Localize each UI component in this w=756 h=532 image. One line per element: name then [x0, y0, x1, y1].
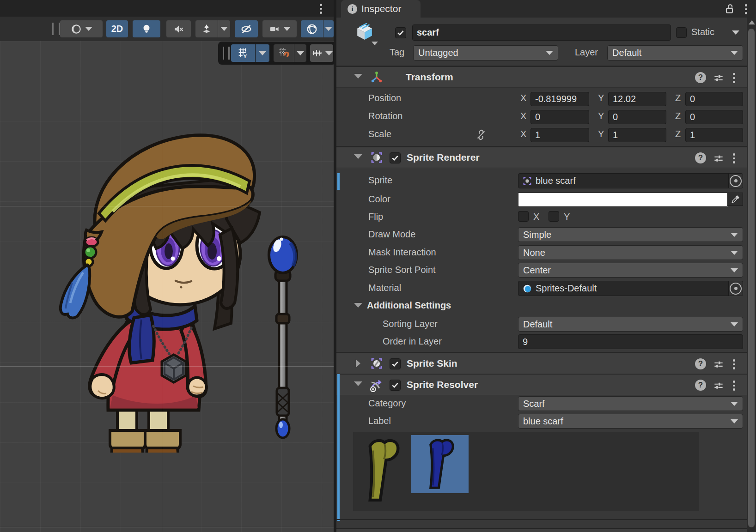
help-icon[interactable]: ?	[695, 152, 706, 163]
grid-snapping-button[interactable]	[274, 44, 294, 62]
eyedropper-button[interactable]	[727, 193, 743, 206]
thumbnail-blue-scarf-selected[interactable]	[411, 435, 469, 493]
grid-visibility-dropdown[interactable]	[256, 44, 269, 62]
object-picker-icon[interactable]	[728, 281, 743, 296]
gizmos-button[interactable]	[301, 20, 323, 37]
component-kebab-icon[interactable]	[733, 73, 735, 83]
help-icon[interactable]: ?	[695, 72, 706, 83]
sprite-resolver-enabled-checkbox[interactable]	[390, 380, 401, 391]
inspector-menu-kebab-icon[interactable]	[745, 4, 747, 14]
rotation-y-field[interactable]: 0	[608, 110, 666, 124]
color-label: Color	[368, 194, 390, 205]
axis-x-label: X	[520, 129, 526, 139]
hidden-objects-button[interactable]	[235, 20, 258, 37]
sprite-skin-enabled-checkbox[interactable]	[390, 358, 401, 369]
info-icon: i	[348, 4, 357, 14]
presets-icon[interactable]	[713, 380, 725, 392]
help-icon[interactable]: ?	[695, 380, 706, 391]
material-value: Sprites-Default	[536, 283, 597, 294]
blue-scarf-image	[420, 436, 460, 492]
sprite-label: Sprite	[368, 175, 392, 186]
rotation-z-field[interactable]: 0	[685, 110, 743, 124]
material-object-field[interactable]: Sprites-Default	[518, 281, 743, 296]
sprite-renderer-enabled-checkbox[interactable]	[390, 152, 401, 163]
transform-header[interactable]	[336, 66, 747, 88]
position-y-field[interactable]: 12.02	[608, 92, 666, 106]
scrollbar-up-arrow[interactable]	[749, 20, 755, 24]
rotation-z-value: 0	[690, 112, 695, 122]
scale-x-value: 1	[535, 130, 540, 140]
presets-icon[interactable]	[713, 72, 725, 84]
flip-label: Flip	[368, 212, 383, 222]
scale-y-field[interactable]: 1	[608, 128, 666, 142]
label-dropdown[interactable]: blue scarf	[518, 414, 743, 429]
eye-off-icon	[240, 23, 253, 36]
scene-sprite-character[interactable]	[43, 120, 301, 453]
chevron-down-icon	[731, 322, 738, 326]
unlinked-scale-icon[interactable]	[475, 129, 487, 141]
component-kebab-icon[interactable]	[733, 381, 735, 391]
gameobject-enabled-checkbox[interactable]	[395, 27, 406, 38]
scene-menu-kebab-icon[interactable]	[320, 4, 322, 14]
2d-toggle-button[interactable]: 2D	[106, 20, 128, 37]
tag-value: Untagged	[418, 48, 458, 58]
color-swatch[interactable]	[518, 193, 728, 207]
gameobject-cube-icon	[356, 23, 373, 41]
sprite-object-field[interactable]: blue scarf	[518, 173, 743, 188]
flip-x-checkbox[interactable]	[518, 211, 529, 222]
static-checkbox[interactable]	[676, 27, 687, 38]
sprite-sort-point-dropdown[interactable]: Center	[518, 263, 743, 278]
category-dropdown[interactable]: Scarf	[518, 396, 743, 411]
mask-interaction-label: Mask Interaction	[368, 247, 436, 258]
draw-mode-dropdown[interactable]: Simple	[518, 227, 743, 242]
object-picker-icon[interactable]	[728, 174, 743, 188]
sprite-resolver-foldout[interactable]	[354, 381, 362, 386]
additional-settings-foldout[interactable]	[354, 303, 362, 308]
unlock-icon[interactable]	[724, 2, 736, 15]
rotation-x-field[interactable]: 0	[530, 110, 589, 124]
sprite-skin-foldout[interactable]	[356, 359, 360, 368]
effects-button[interactable]	[195, 20, 218, 37]
layer-dropdown[interactable]: Default	[607, 45, 743, 60]
next-component-peek[interactable]	[336, 528, 747, 532]
gameobject-icon-dropdown[interactable]	[372, 42, 378, 45]
tag-dropdown[interactable]: Untagged	[413, 45, 558, 60]
tab-inspector[interactable]: i Inspector	[341, 0, 421, 18]
component-kebab-icon[interactable]	[733, 153, 735, 163]
sprite-value: blue scarf	[536, 175, 576, 186]
flip-y-checkbox[interactable]	[549, 211, 559, 222]
grid-snapping-dropdown[interactable]	[294, 44, 306, 62]
draw-mode-button[interactable]	[60, 20, 103, 37]
static-dropdown-icon[interactable]	[732, 30, 739, 35]
position-x-field[interactable]: -0.819999	[530, 92, 589, 106]
gizmos-dropdown-button[interactable]	[323, 20, 334, 37]
effects-dropdown-button[interactable]	[218, 20, 230, 37]
position-z-field[interactable]: 0	[685, 92, 743, 106]
audio-muted-icon	[173, 23, 185, 35]
scale-x-field[interactable]: 1	[530, 128, 589, 142]
scale-label: Scale	[368, 129, 391, 139]
scene-lighting-button[interactable]	[133, 20, 160, 37]
order-in-layer-value: 9	[523, 337, 528, 347]
camera-overlay-button[interactable]	[262, 20, 297, 37]
position-label: Position	[368, 93, 401, 103]
sprite-renderer-foldout[interactable]	[354, 154, 362, 159]
thumbnail-olive-scarf[interactable]	[360, 436, 404, 505]
mask-interaction-dropdown[interactable]: None	[518, 245, 743, 260]
scene-audio-button[interactable]	[166, 20, 191, 37]
presets-icon[interactable]	[713, 358, 725, 370]
sorting-layer-dropdown[interactable]: Default	[518, 317, 743, 332]
scrollbar-thumb[interactable]	[748, 29, 755, 527]
component-kebab-icon[interactable]	[733, 359, 735, 369]
transform-foldout[interactable]	[354, 74, 362, 79]
help-icon[interactable]: ?	[695, 358, 706, 369]
scale-z-field[interactable]: 1	[685, 128, 743, 142]
gameobject-name-field[interactable]: scarf	[412, 24, 671, 41]
order-in-layer-field[interactable]: 9	[518, 334, 743, 349]
grid-visibility-button[interactable]: Y	[231, 44, 255, 62]
toolbar-drag-handle[interactable]	[52, 23, 60, 35]
snap-increment-button[interactable]	[310, 44, 333, 62]
2d-label: 2D	[111, 24, 123, 34]
presets-icon[interactable]	[713, 152, 725, 164]
grid-toolbar-drag-handle[interactable]	[223, 47, 230, 60]
